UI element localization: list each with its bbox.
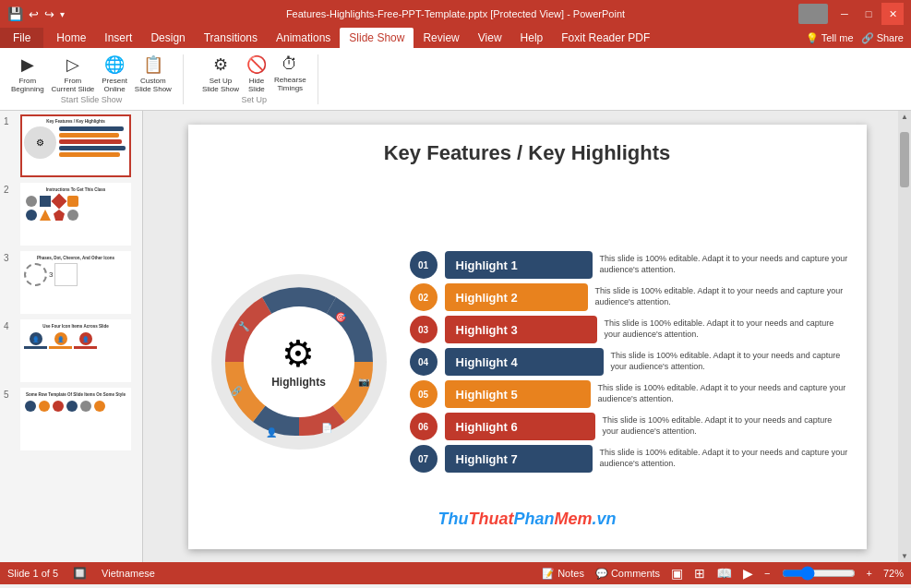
- view-reading-icon[interactable]: 📖: [716, 566, 732, 581]
- slide-thumb-5[interactable]: 5 Some Row Template Of Slide Items On So…: [4, 388, 138, 450]
- slide-image-5[interactable]: Some Row Template Of Slide Items On Some…: [20, 388, 131, 450]
- custom-slideshow-button[interactable]: 📋 CustomSlide Show: [135, 54, 172, 93]
- redo-icon[interactable]: ↪: [44, 7, 54, 21]
- highlight-row-2: 02 Highlight 2 This slide is 100% editab…: [410, 283, 848, 311]
- maximize-button[interactable]: □: [857, 3, 880, 25]
- slide-num-4: 4: [4, 319, 17, 331]
- zoom-level: 72%: [883, 568, 904, 579]
- slide-area: Key Features / Key Highlights: [143, 111, 911, 562]
- gear-center: ⚙ Highlights: [271, 335, 326, 389]
- highlight-badge-6: 06: [410, 413, 438, 440]
- slide-content: 🎯 📷 📄 👤 🔗 🔧 ⚙ Highlights: [188, 175, 867, 549]
- online-icon: 🌐: [104, 54, 125, 75]
- highlight-label-7: Highlight 7: [445, 445, 593, 473]
- tab-design[interactable]: Design: [141, 28, 194, 48]
- svg-text:👤: 👤: [266, 426, 278, 438]
- notes-icon: 📝: [542, 568, 555, 580]
- tab-animations[interactable]: Animations: [267, 28, 340, 48]
- slide-thumb-2[interactable]: 2 Instructions To Get This Class: [4, 183, 138, 246]
- highlight-badge-7: 07: [410, 445, 438, 473]
- zoom-in-button[interactable]: +: [867, 568, 872, 579]
- tab-review[interactable]: Review: [414, 28, 468, 48]
- slide-num-1: 1: [4, 114, 17, 126]
- highlight-label-4: Highlight 4: [445, 348, 604, 376]
- highlight-label-6: Highlight 6: [445, 413, 595, 440]
- svg-text:📷: 📷: [358, 376, 370, 388]
- group-label-start: Start Slide Show: [61, 95, 123, 104]
- slide-image-1[interactable]: Key Features / Key Highlights ⚙: [20, 114, 131, 177]
- tab-help[interactable]: Help: [511, 28, 553, 48]
- highlight-desc-1: This slide is 100% editable. Adapt it to…: [600, 254, 848, 275]
- slide-thumb-4[interactable]: 4 Use Four Icon Items Across Slide 👤 👤: [4, 319, 138, 382]
- svg-text:🔗: 🔗: [231, 385, 243, 397]
- highlight-badge-2: 02: [410, 283, 438, 311]
- tab-view[interactable]: View: [469, 28, 511, 48]
- from-beginning-button[interactable]: ▶ FromBeginning: [11, 54, 44, 93]
- zoom-slider[interactable]: [782, 566, 856, 581]
- scroll-track: [900, 123, 909, 550]
- highlight-badge-4: 04: [410, 348, 438, 376]
- tab-foxit[interactable]: Foxit Reader PDF: [552, 28, 659, 48]
- tab-insert[interactable]: Insert: [95, 28, 141, 48]
- rehearse-timings-button[interactable]: ⏱ RehearseTimings: [274, 54, 306, 93]
- quick-access-toolbar[interactable]: 💾 ↩ ↪ ▾: [7, 6, 65, 21]
- play-icon: ▶: [21, 54, 34, 75]
- scroll-down-arrow[interactable]: ▼: [901, 552, 908, 560]
- slide-image-2[interactable]: Instructions To Get This Class: [20, 183, 131, 246]
- share-button[interactable]: 🔗 Share: [861, 32, 904, 44]
- watermark-vn: .vn: [593, 510, 617, 528]
- status-right: 📝 Notes 💬 Comments ▣ ⊞ 📖 ▶ − + 72%: [542, 566, 904, 581]
- comments-icon: 💬: [595, 568, 608, 580]
- from-current-button[interactable]: ▷ FromCurrent Slide: [52, 54, 95, 93]
- status-bar: Slide 1 of 5 🔲 Vietnamese 📝 Notes 💬 Comm…: [0, 562, 911, 584]
- timer-icon: ⏱: [282, 54, 298, 74]
- highlight-badge-1: 01: [410, 251, 438, 279]
- slide-title: Key Features / Key Highlights: [188, 141, 867, 165]
- highlight-row-4: 04 Highlight 4 This slide is 100% editab…: [410, 348, 848, 376]
- highlights-list: 01 Highlight 1 This slide is 100% editab…: [410, 175, 867, 549]
- setup-slideshow-button[interactable]: ⚙ Set UpSlide Show: [202, 54, 239, 93]
- vertical-scrollbar[interactable]: ▲ ▼: [898, 111, 911, 562]
- slide-thumb-1[interactable]: 1 Key Features / Key Highlights ⚙: [4, 114, 138, 177]
- slide-num-5: 5: [4, 388, 17, 400]
- scroll-up-arrow[interactable]: ▲: [901, 113, 908, 121]
- watermark-mem: Mem: [554, 510, 592, 528]
- highlight-row-1: 01 Highlight 1 This slide is 100% editab…: [410, 251, 848, 279]
- tab-slideshow[interactable]: Slide Show: [340, 28, 414, 48]
- slide-num-3: 3: [4, 251, 17, 263]
- minimize-button[interactable]: ─: [833, 3, 856, 25]
- view-slide-sorter-icon[interactable]: ⊞: [694, 566, 705, 581]
- slide-num-2: 2: [4, 183, 17, 195]
- undo-icon[interactable]: ↩: [29, 7, 39, 21]
- zoom-out-button[interactable]: −: [764, 568, 770, 579]
- title-bar: 💾 ↩ ↪ ▾ Features-Highlights-Free-PPT-Tem…: [0, 0, 911, 28]
- scroll-thumb[interactable]: [900, 132, 909, 187]
- slide-image-4[interactable]: Use Four Icon Items Across Slide 👤 👤 👤: [20, 319, 131, 382]
- tab-home[interactable]: Home: [47, 28, 95, 48]
- slide-image-3[interactable]: Phases, Dot, Chevron, And Other Icons 3: [20, 251, 131, 314]
- watermark-phan: Phan: [513, 510, 554, 528]
- comments-button[interactable]: 💬 Comments: [595, 568, 660, 580]
- notes-button[interactable]: 📝 Notes: [542, 568, 584, 580]
- tab-file[interactable]: File: [0, 28, 43, 48]
- slide-thumb-3[interactable]: 3 Phases, Dot, Chevron, And Other Icons …: [4, 251, 138, 314]
- highlight-row-7: 07 Highlight 7 This slide is 100% editab…: [410, 445, 848, 473]
- tab-transitions[interactable]: Transitions: [195, 28, 267, 48]
- window-controls[interactable]: ─ □ ✕: [798, 3, 904, 25]
- watermark: ThuThuatPhanMem.vn: [438, 510, 616, 529]
- highlight-desc-6: This slide is 100% editable. Adapt it to…: [603, 415, 848, 437]
- view-presenter-icon[interactable]: ▶: [743, 566, 753, 581]
- ribbon-body: ▶ FromBeginning ▷ FromCurrent Slide 🌐 Pr…: [0, 48, 911, 111]
- highlight-label-2: Highlight 2: [445, 283, 588, 311]
- highlight-desc-5: This slide is 100% editable. Adapt it to…: [598, 383, 848, 404]
- ribbon-group-start: ▶ FromBeginning ▷ FromCurrent Slide 🌐 Pr…: [11, 54, 184, 104]
- slide-status-icon[interactable]: 🔲: [73, 567, 87, 580]
- tell-me[interactable]: 💡 Tell me: [806, 32, 854, 44]
- svg-text:📄: 📄: [321, 422, 333, 434]
- view-normal-icon[interactable]: ▣: [671, 566, 683, 581]
- save-icon[interactable]: 💾: [7, 6, 23, 21]
- hide-slide-button[interactable]: 🚫 HideSlide: [246, 54, 267, 93]
- qat-dropdown-icon[interactable]: ▾: [60, 9, 65, 19]
- present-online-button[interactable]: 🌐 PresentOnline: [102, 54, 127, 93]
- close-button[interactable]: ✕: [881, 3, 904, 25]
